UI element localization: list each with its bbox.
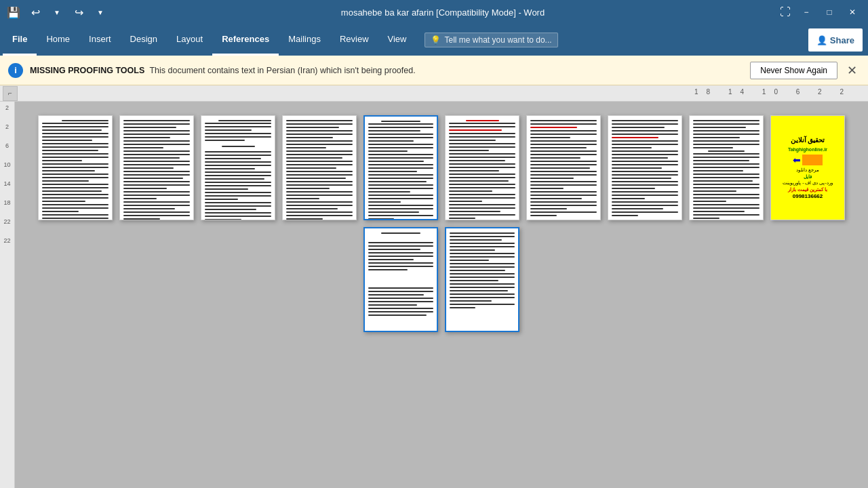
document-title: mosahebe ba kar afarin [Compatibility Mo… <box>108 7 777 18</box>
notification-close-button[interactable]: ✕ <box>844 63 860 78</box>
ribbon: File Home Insert Design Layout Reference… <box>0 24 868 56</box>
page-6[interactable] <box>445 115 519 220</box>
notification-message: This document contains text in Persian (… <box>149 66 415 75</box>
share-icon: 👤 <box>816 35 827 45</box>
ad-line4: با کمترین قیمت بازار <box>788 186 827 193</box>
ad-site: Tahghighonline.ir <box>788 146 827 153</box>
tab-mailings[interactable]: Mailings <box>279 24 330 56</box>
title-bar: 💾 ↩ ▼ ↪ ▼ mosahebe ba kar afarin [Compat… <box>0 0 868 24</box>
tab-layout[interactable]: Layout <box>167 24 212 56</box>
never-show-again-button[interactable]: Never Show Again <box>750 62 837 79</box>
title-bar-left: 💾 ↩ ▼ ↪ ▼ <box>5 4 108 20</box>
page-11[interactable] <box>363 227 438 332</box>
notification-text: MISSING PROOFING TOOLS This document con… <box>30 66 743 75</box>
document-area: تحقیق آنلاین Tahghighonline.ir ⬅ مرجع دا… <box>15 102 868 488</box>
tab-review[interactable]: Review <box>330 24 378 56</box>
page-1[interactable] <box>38 115 113 220</box>
ad-phone: 0998136662 <box>793 193 823 199</box>
tab-insert[interactable]: Insert <box>79 24 121 56</box>
page-7[interactable] <box>526 115 601 220</box>
notification-bar: i MISSING PROOFING TOOLS This document c… <box>0 56 868 85</box>
maximize-button[interactable]: □ <box>819 5 840 19</box>
ad-line2: فایل <box>804 174 812 180</box>
page-9[interactable] <box>689 115 764 220</box>
ruler-corner: ⌐ <box>3 86 18 101</box>
lightbulb-icon: 💡 <box>431 35 441 45</box>
pages-row-1: تحقیق آنلاین Tahghighonline.ir ⬅ مرجع دا… <box>38 115 845 220</box>
page-12[interactable] <box>445 227 519 332</box>
page-4[interactable] <box>282 115 357 220</box>
page-10-ad[interactable]: تحقیق آنلاین Tahghighonline.ir ⬅ مرجع دا… <box>770 115 845 220</box>
ruler-horizontal: 18 14 10 6 2 2 <box>18 85 865 101</box>
vertical-ruler-numbers: 2 2 6 10 14 18 22 22 <box>3 104 10 244</box>
pages-row-2 <box>363 227 519 332</box>
search-box[interactable]: 💡 Tell me what you want to do... <box>425 33 558 47</box>
share-button[interactable]: 👤 Share <box>808 28 863 52</box>
ad-line3: ورد-پی دی اف - پاورپوینت <box>783 180 832 186</box>
customize-icon[interactable]: ▼ <box>92 4 108 20</box>
ad-line1: مرجع دانلود <box>796 167 819 174</box>
ribbon-search-area[interactable]: 💡 Tell me what you want to do... <box>416 24 806 56</box>
search-placeholder-text: Tell me what you want to do... <box>445 35 552 45</box>
notification-title: MISSING PROOFING TOOLS <box>30 66 144 75</box>
vertical-ruler: 2 2 6 10 14 18 22 22 <box>0 102 15 488</box>
ad-title: تحقیق آنلاین <box>791 136 825 144</box>
ruler-numbers: 18 14 10 6 2 2 <box>694 88 852 96</box>
share-label: Share <box>830 35 854 45</box>
page-5[interactable] <box>363 115 438 220</box>
tab-view[interactable]: View <box>378 24 416 56</box>
tab-home[interactable]: Home <box>37 24 79 56</box>
fullscreen-icon[interactable]: ⛶ <box>777 4 793 20</box>
close-button[interactable]: ✕ <box>842 5 863 19</box>
page-2[interactable] <box>119 115 194 220</box>
window-controls: ⛶ − □ ✕ <box>777 4 863 20</box>
minimize-button[interactable]: − <box>796 5 816 19</box>
tab-design[interactable]: Design <box>121 24 167 56</box>
horizontal-ruler: ⌐ 18 14 10 6 2 2 <box>0 85 868 102</box>
tab-file[interactable]: File <box>3 24 37 56</box>
tab-references[interactable]: References <box>212 24 279 56</box>
page-3[interactable] <box>201 115 275 220</box>
undo-icon[interactable]: ↩ <box>27 4 43 20</box>
page-8[interactable] <box>608 115 682 220</box>
main-area: 2 2 6 10 14 18 22 22 <box>0 102 868 488</box>
redo-icon[interactable]: ↪ <box>71 4 87 20</box>
info-icon: i <box>8 63 23 78</box>
save-icon[interactable]: 💾 <box>5 4 22 20</box>
undo-dropdown-icon[interactable]: ▼ <box>49 4 65 20</box>
